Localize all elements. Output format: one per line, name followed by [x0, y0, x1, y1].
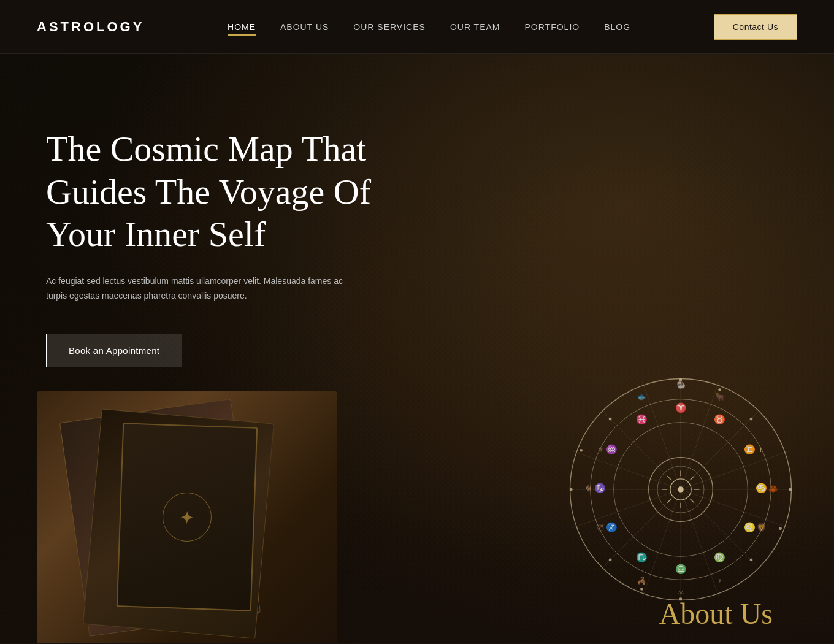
about-us-section: About Us — [659, 597, 773, 631]
svg-text:⚖: ⚖ — [678, 589, 684, 596]
hero-title: The Cosmic Map That Guides The Voyage Of… — [46, 128, 383, 256]
nav-item-portfolio[interactable]: PORTFOLIO — [525, 21, 580, 33]
svg-point-56 — [570, 488, 573, 491]
svg-text:🐟: 🐟 — [637, 392, 647, 402]
tarot-cards-image: ✦ — [37, 391, 337, 643]
svg-text:♋: ♋ — [756, 482, 767, 494]
svg-point-47 — [679, 378, 683, 381]
svg-point-48 — [718, 388, 721, 391]
nav-links: HOME ABOUT US OUR SERVICES OUR TEAM PORT… — [228, 21, 630, 33]
navbar: ASTROLOGY HOME ABOUT US OUR SERVICES OUR… — [0, 0, 834, 54]
svg-point-50 — [789, 488, 792, 491]
nav-item-team[interactable]: OUR TEAM — [450, 21, 500, 33]
svg-text:🐐: 🐐 — [584, 485, 593, 493]
svg-text:🦀: 🦀 — [768, 484, 778, 494]
svg-text:🦂: 🦂 — [637, 576, 647, 586]
svg-text:🦁: 🦁 — [757, 523, 767, 532]
book-appointment-button[interactable]: Book an Appointment — [46, 334, 182, 367]
nav-item-home[interactable]: HOME — [228, 21, 256, 33]
svg-point-54 — [640, 588, 643, 591]
svg-text:♑: ♑ — [594, 482, 606, 494]
nav-link-blog[interactable]: BLOG — [604, 22, 630, 32]
svg-text:♈: ♈ — [675, 402, 687, 413]
svg-text:♀: ♀ — [717, 577, 722, 584]
logo[interactable]: ASTROLOGY — [37, 19, 144, 35]
svg-text:♊: ♊ — [744, 443, 756, 455]
svg-text:♐: ♐ — [606, 521, 618, 533]
svg-text:🐂: 🐂 — [715, 392, 725, 402]
hero-section: The Cosmic Map That Guides The Voyage Of… — [0, 54, 834, 643]
nav-item-blog[interactable]: BLOG — [604, 21, 630, 33]
nav-link-portfolio[interactable]: PORTFOLIO — [525, 22, 580, 32]
svg-point-49 — [750, 418, 753, 421]
svg-text:♏: ♏ — [636, 551, 648, 563]
contact-button[interactable]: Contact Us — [714, 14, 797, 40]
about-us-title: About Us — [659, 597, 773, 631]
zodiac-wheel-svg: ♈ ♉ ♊ ♋ ♌ ♍ ♎ ♏ ♐ ♑ ♒ — [564, 373, 797, 606]
nav-link-home[interactable]: HOME — [228, 22, 256, 36]
svg-text:♌: ♌ — [744, 521, 756, 533]
tarot-ornament: ✦ — [162, 492, 213, 543]
svg-point-52 — [750, 559, 753, 562]
svg-text:♍: ♍ — [714, 551, 725, 563]
svg-text:≋: ≋ — [598, 447, 603, 453]
nav-item-about[interactable]: ABOUT US — [280, 21, 329, 33]
svg-point-51 — [779, 527, 782, 530]
svg-text:🐏: 🐏 — [676, 380, 686, 390]
nav-link-services[interactable]: OUR SERVICES — [353, 22, 426, 32]
zodiac-wheel: ♈ ♉ ♊ ♋ ♌ ♍ ♎ ♏ ♐ ♑ ♒ — [564, 373, 797, 606]
nav-item-services[interactable]: OUR SERVICES — [353, 21, 426, 33]
svg-text:♓: ♓ — [636, 413, 648, 425]
nav-link-about[interactable]: ABOUT US — [280, 22, 329, 32]
svg-point-55 — [609, 559, 612, 562]
svg-point-57 — [580, 449, 583, 452]
hero-content: The Cosmic Map That Guides The Voyage Of… — [0, 54, 429, 367]
svg-text:♉: ♉ — [714, 413, 725, 425]
hero-subtitle: Ac feugiat sed lectus vestibulum mattis … — [46, 274, 353, 304]
svg-point-58 — [609, 418, 612, 421]
svg-text:♎: ♎ — [675, 563, 687, 575]
svg-text:♒: ♒ — [606, 443, 618, 455]
nav-link-team[interactable]: OUR TEAM — [450, 22, 500, 32]
svg-text:Ⅱ: Ⅱ — [760, 447, 763, 453]
tarot-card-front: ✦ — [117, 423, 258, 611]
svg-text:🏹: 🏹 — [596, 524, 605, 532]
